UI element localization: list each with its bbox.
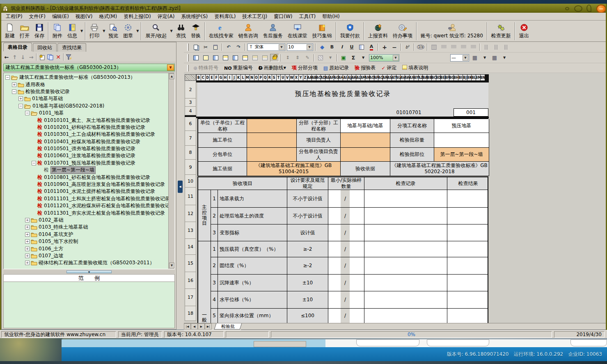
tree-item[interactable]: 检01010301_土工合成材料地基检验批质量验收记录 xyxy=(4,131,174,138)
dropdown-arrow-icon[interactable]: ▼ xyxy=(170,29,173,33)
collapse-box-icon[interactable]: − xyxy=(18,104,23,108)
format-action-填表说明[interactable]: 填表说明 xyxy=(400,64,430,72)
tab-查找结果[interactable]: 查找结果 xyxy=(57,43,86,52)
format-action-原始记录[interactable]: ▤原始记录 xyxy=(321,64,351,72)
dropdown-arrow-icon[interactable]: ▼ xyxy=(136,29,139,33)
inspection-sample-cell[interactable]: / xyxy=(328,291,364,309)
frame-icon[interactable]: ▣ xyxy=(339,54,348,62)
menu-item[interactable]: 工程(P) xyxy=(2,13,26,21)
sheet-last-icon[interactable]: ▶| xyxy=(205,323,212,330)
inspection-result-cell[interactable] xyxy=(447,241,488,257)
menu-item[interactable]: 评定(A) xyxy=(154,13,178,21)
scroll-up-icon[interactable]: ▲ xyxy=(169,73,174,79)
inspection-sample-cell[interactable]: / xyxy=(328,208,364,224)
tree-item[interactable]: −检验批质量验收记录 xyxy=(4,88,174,95)
collapse-box-icon[interactable]: − xyxy=(32,161,36,165)
info-input-cell[interactable] xyxy=(341,133,390,148)
row-header[interactable]: 8 xyxy=(185,146,196,160)
info-input-cell[interactable] xyxy=(247,119,297,133)
toolbar-button-binoculars[interactable]: 查找 xyxy=(174,21,188,41)
col-spacing-icon[interactable]: ⇕ xyxy=(293,54,302,62)
dropdown-arrow-icon[interactable]: ▼ xyxy=(307,44,312,50)
toolbar-button-expand-magnifier[interactable]: 展开/收起 xyxy=(143,21,169,41)
cut-icon[interactable]: ✂ xyxy=(201,43,210,51)
column-scroll-thumb[interactable] xyxy=(486,74,489,81)
row-header[interactable]: 6 xyxy=(185,117,196,131)
minus-icon[interactable]: − xyxy=(390,43,399,51)
tree-item[interactable]: +0102_基础 xyxy=(4,217,174,224)
row-header[interactable]: 13 xyxy=(185,222,196,239)
superscript-icon[interactable]: b² xyxy=(403,43,412,51)
expand-box-icon[interactable]: + xyxy=(25,218,30,222)
align-left-icon[interactable] xyxy=(439,43,448,51)
tree-item[interactable]: 检01010401_粉煤灰地基检验批质量验收记录 xyxy=(4,138,174,145)
line-combo[interactable]: —▼ xyxy=(450,54,469,62)
inspection-result-cell[interactable] xyxy=(447,190,488,208)
inspection-sample-cell[interactable]: / xyxy=(328,257,364,275)
tree-item[interactable]: 检01010901_高压喷射注浆复合地基检验批质量验收记录 xyxy=(4,181,174,188)
align-page-icon[interactable] xyxy=(429,43,438,51)
fraction-icon[interactable]: 1/a xyxy=(416,43,425,51)
dropdown-arrow-icon[interactable]: ▼ xyxy=(284,66,286,70)
tree-item[interactable]: 检01011201_水泥粉煤灰碎石桩复合地基检验批质量验收记录 xyxy=(4,202,174,209)
row-header[interactable]: 7 xyxy=(185,131,196,146)
vertical-2-icon[interactable] xyxy=(492,43,501,51)
format-brush-icon[interactable]: ✎ xyxy=(303,54,312,62)
bold-icon[interactable]: B xyxy=(328,43,337,51)
shade-icon[interactable] xyxy=(357,43,366,51)
collapse-box-icon[interactable]: − xyxy=(25,111,30,115)
row-header[interactable]: 3 xyxy=(185,98,196,107)
expand-box-icon[interactable]: + xyxy=(25,239,30,244)
toolbar-button-open-folder[interactable]: 打开 xyxy=(17,21,32,41)
row-header[interactable]: 10 xyxy=(185,175,196,188)
grid-b-icon[interactable] xyxy=(260,54,269,62)
info-cell[interactable]: 预压地基 xyxy=(434,119,489,133)
toolbar-button-printer[interactable]: 打印 xyxy=(87,21,102,41)
minimize-button[interactable]: — xyxy=(596,5,606,13)
row-header[interactable]: 4 xyxy=(185,107,196,115)
tree-item[interactable]: +0103_特殊土地基基础 xyxy=(4,224,174,231)
info-input-cell[interactable] xyxy=(247,148,297,162)
align-center-icon[interactable] xyxy=(449,43,458,51)
tree-item[interactable]: 检第一层~第一段~墙 xyxy=(4,167,174,174)
font-color-icon[interactable]: ◆ xyxy=(318,43,327,51)
menu-item[interactable]: 工具(T) xyxy=(296,13,319,21)
paste-icon[interactable] xyxy=(211,43,220,51)
new-node-icon[interactable] xyxy=(38,53,46,61)
sheet-first-icon[interactable]: |◀ xyxy=(184,323,191,330)
redo-icon[interactable]: ↷ xyxy=(234,43,243,51)
inspection-result-cell[interactable] xyxy=(447,309,488,323)
expand-box-icon[interactable]: + xyxy=(25,247,30,251)
expand-box-icon[interactable]: + xyxy=(25,261,30,265)
toolbar-button-exit-x[interactable]: 退出 xyxy=(517,21,531,41)
menu-item[interactable]: 视图(V) xyxy=(72,13,96,21)
splitter-handle[interactable]: ▼ xyxy=(66,270,112,273)
sheet-next-icon[interactable]: ▶ xyxy=(198,323,205,330)
tree-item[interactable]: 检01011301_夯实水泥土桩复合地基检验批质量验收记录 xyxy=(4,209,174,216)
dropdown-arrow-icon[interactable]: ▼ xyxy=(279,44,284,50)
tree-item[interactable]: −建筑工程施工质量验收统一标准（GB50300-2013） xyxy=(4,74,174,81)
toolbar-button-stamp[interactable]: 图章 xyxy=(121,21,135,41)
tree-item[interactable]: +0106_土方 xyxy=(4,245,174,252)
toolbar-button-new-doc[interactable]: 新建 xyxy=(2,21,17,41)
dropdown-arrow-icon[interactable]: ▼ xyxy=(326,54,335,62)
row-header[interactable]: 18 xyxy=(185,306,196,321)
inspection-record-cell[interactable] xyxy=(364,224,447,241)
toolbar-button-preview[interactable]: 预览 xyxy=(106,21,121,41)
format-action-画删除线[interactable]: Đ画删除线 ▼ xyxy=(257,64,288,72)
dropdown-arrow-icon[interactable]: ▼ xyxy=(393,55,399,61)
menu-item[interactable]: 窗口(W) xyxy=(270,13,295,21)
border-b-icon[interactable]: ▦ xyxy=(490,54,499,62)
row-header[interactable]: 14 xyxy=(185,239,196,255)
menu-item[interactable]: 帮助(H) xyxy=(319,13,343,21)
inspection-record-cell[interactable] xyxy=(364,190,447,208)
standard-combo[interactable]: 建筑工程施工质量验收统一标准（GB50300-2013） ▼ xyxy=(3,64,175,71)
select-grid-icon[interactable] xyxy=(201,54,210,62)
menu-item[interactable]: 文件(F) xyxy=(26,13,49,21)
inspection-record-cell[interactable] xyxy=(364,241,447,257)
scroll-down-icon[interactable]: ▼ xyxy=(169,263,174,268)
back-arrow-icon[interactable]: ← xyxy=(2,53,11,61)
tree-item[interactable]: 检01011001_水泥土搅拌桩地基检验批质量验收记录 xyxy=(4,188,174,195)
pattern-icon[interactable] xyxy=(316,54,325,62)
expand-box-icon[interactable]: + xyxy=(12,82,16,87)
